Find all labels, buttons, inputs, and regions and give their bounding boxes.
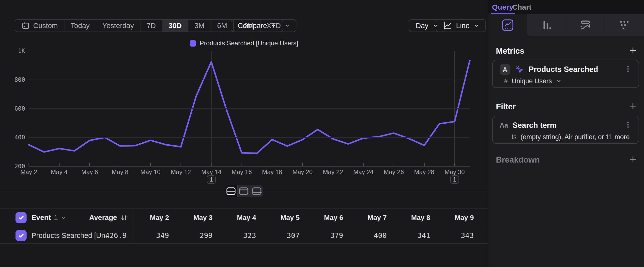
day-value-cell: 341 <box>394 228 438 243</box>
measure-prefix: # <box>504 77 508 85</box>
tab-bar-chart[interactable] <box>527 14 566 36</box>
x-axis-tick <box>363 163 364 166</box>
day-column-header[interactable]: May 8 <box>394 209 438 227</box>
day-column-header[interactable]: May 9 <box>438 209 481 227</box>
trend-line[interactable] <box>29 60 470 153</box>
x-axis-tick <box>454 163 455 166</box>
table-view-button[interactable] <box>250 185 263 197</box>
query-panel: Query Chart <box>488 0 644 267</box>
tab-funnel-dots[interactable] <box>605 14 644 36</box>
annotation-badge[interactable]: 1 <box>207 175 216 184</box>
event-cursor-icon <box>515 65 524 74</box>
filter-operator[interactable]: Is <box>512 133 516 141</box>
add-breakdown-button[interactable] <box>629 155 637 164</box>
table-row[interactable]: Products Searched [Un... 426.9 349299323… <box>0 228 488 244</box>
x-axis-label: May 8 <box>103 168 137 176</box>
measure-selector[interactable]: Unique Users <box>512 77 552 85</box>
x-axis-tick <box>302 163 303 166</box>
day-value-cell: 379 <box>307 228 350 243</box>
x-axis-tick <box>59 163 60 166</box>
x-axis-label: May 20 <box>285 168 320 176</box>
check-icon <box>18 232 25 239</box>
x-axis-tick <box>180 163 181 166</box>
metrics-heading: Metrics <box>496 46 524 56</box>
day-column-header[interactable]: May 7 <box>350 209 394 227</box>
main-area: Custom Today Yesterday 7D 30D 3M 6M 12M … <box>0 0 488 267</box>
x-axis-tick <box>272 163 272 166</box>
filter-heading: Filter <box>496 102 516 111</box>
view-toggle-group <box>0 185 488 197</box>
day-column-header[interactable]: May 4 <box>220 209 264 227</box>
annotation-badge[interactable]: 1 <box>450 175 459 184</box>
day-value-cell: 349 <box>133 228 176 243</box>
chevron-down-icon <box>556 78 561 84</box>
chart-view-button[interactable] <box>238 185 250 197</box>
x-axis-label: May 26 <box>376 168 411 176</box>
check-icon <box>18 214 25 221</box>
split-view-button[interactable] <box>225 185 238 197</box>
x-axis-tick <box>28 163 29 166</box>
y-gridline <box>29 51 470 51</box>
x-axis-tick <box>242 163 242 166</box>
flows-icon <box>579 19 592 32</box>
x-axis-label: May 18 <box>255 168 289 176</box>
split-view-icon <box>226 187 236 195</box>
x-axis-label: May 16 <box>224 168 259 176</box>
app-window: Custom Today Yesterday 7D 30D 3M 6M 12M … <box>0 0 644 267</box>
x-axis-label: May 6 <box>72 168 107 176</box>
table-column-divider <box>132 208 133 244</box>
x-axis-label: May 4 <box>42 168 76 176</box>
filter-property-name: Search term <box>513 121 620 130</box>
filter-kebab-menu-icon[interactable] <box>624 121 632 130</box>
y-gridline <box>29 137 470 138</box>
x-axis-label: May 30 <box>437 168 472 176</box>
day-value-cell: 323 <box>220 228 264 243</box>
line-chart[interactable]: 1K800600400200May 2May 4May 6May 8May 10… <box>0 0 488 202</box>
y-gridline <box>29 108 470 109</box>
day-value-cell: 343 <box>438 228 481 243</box>
day-value-cell: 299 <box>176 228 220 243</box>
table-view-icon <box>252 187 262 195</box>
filter-value[interactable]: (empty string), Air purifier, or 11 more <box>520 133 630 141</box>
filter-card[interactable]: Aa Search term Is (empty string), Air pu… <box>492 116 639 144</box>
funnel-dots-icon <box>618 19 631 32</box>
x-axis-tick <box>120 163 120 166</box>
y-axis-label: 600 <box>3 105 25 112</box>
y-axis-label: 1K <box>3 48 25 55</box>
metric-card[interactable]: A Products Searched # Unique Users <box>492 60 639 88</box>
x-axis-line <box>29 166 470 166</box>
tab-query[interactable]: Query <box>492 0 514 14</box>
metric-kebab-menu-icon[interactable] <box>624 65 632 74</box>
day-column-header[interactable]: May 3 <box>176 209 220 227</box>
sort-descending-icon <box>120 214 128 221</box>
day-column-header[interactable]: May 6 <box>307 209 350 227</box>
x-axis-tick <box>211 163 212 166</box>
row-checkbox[interactable] <box>16 230 26 241</box>
day-value-cell: 400 <box>350 228 394 243</box>
x-axis-tick <box>89 163 90 166</box>
metric-letter-badge: A <box>500 64 510 75</box>
tab-flows[interactable] <box>566 14 605 36</box>
insights-line-icon <box>501 19 514 32</box>
event-checkbox[interactable] <box>16 212 26 223</box>
tab-chart[interactable]: Chart <box>512 0 531 14</box>
breakdown-heading: Breakdown <box>496 155 540 165</box>
tab-insights-line-chart[interactable] <box>488 14 527 36</box>
x-axis-label: May 12 <box>164 168 198 176</box>
x-axis-tick <box>333 163 333 166</box>
average-column-header[interactable]: Average <box>64 209 128 227</box>
x-axis-tick <box>424 163 424 166</box>
day-value-cell: 307 <box>264 228 307 243</box>
event-selector[interactable]: Event 1 <box>32 209 66 227</box>
y-axis-label: 400 <box>3 134 25 141</box>
day-column-header[interactable]: May 5 <box>264 209 307 227</box>
x-axis-label: May 22 <box>316 168 350 176</box>
x-axis-label: May 14 <box>194 168 228 176</box>
strip-divider <box>566 18 566 33</box>
add-filter-button[interactable] <box>629 102 637 110</box>
add-metric-button[interactable] <box>629 46 637 55</box>
x-axis-label: May 28 <box>407 168 442 176</box>
table-header-row: Event 1 Average May 2May 3May 4May 5May … <box>0 208 488 227</box>
metric-name: Products Searched <box>529 65 620 74</box>
day-column-header[interactable]: May 2 <box>133 209 176 227</box>
